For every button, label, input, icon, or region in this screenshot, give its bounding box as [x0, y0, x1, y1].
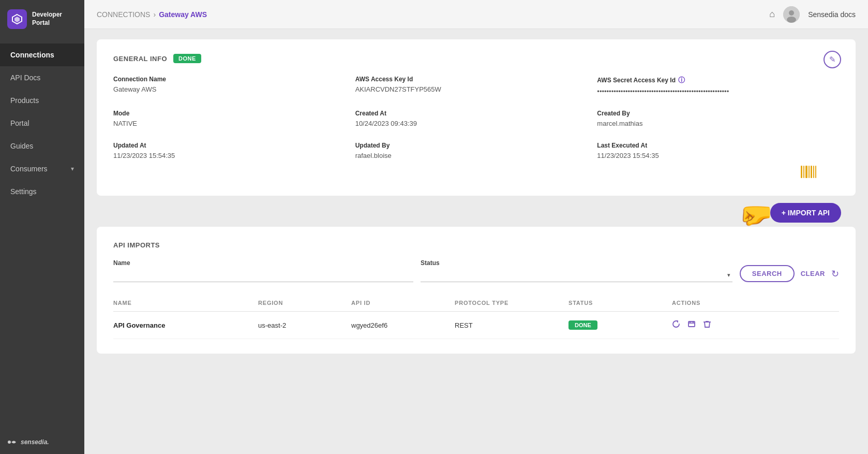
section-header: GENERAL INFO DONE — [113, 54, 839, 63]
field-label-created-by: Created By — [597, 110, 839, 117]
field-label-updated-at: Updated At — [113, 142, 355, 149]
svg-point-4 — [789, 10, 794, 16]
svg-rect-9 — [809, 166, 810, 178]
field-label-created-at: Created At — [355, 110, 597, 117]
table-row: API Governance us-east-2 wgyed26ef6 REST… — [113, 312, 839, 339]
connections-label: Connections — [10, 51, 54, 59]
consumers-chevron-icon: ▾ — [71, 165, 74, 172]
breadcrumb: CONNECTIONS › Gateway AWS — [97, 10, 207, 19]
field-aws-secret-key: AWS Secret Access Key Id ⓘ •••••••••••••… — [597, 76, 839, 95]
toggle-view-icon[interactable] — [800, 165, 817, 181]
sidebar-item-settings[interactable]: Settings — [0, 180, 84, 203]
field-value-aws-key-id: AKIARCVDN27STFYP565W — [355, 85, 597, 93]
api-docs-label: API Docs — [10, 74, 40, 82]
breadcrumb-arrow-icon: › — [153, 10, 156, 19]
col-region: REGION — [258, 300, 351, 306]
consumers-label: Consumers — [10, 165, 48, 173]
sidebar-item-guides[interactable]: Guides — [0, 135, 84, 157]
avatar[interactable] — [783, 6, 800, 23]
general-info-card: GENERAL INFO DONE ✎ Connection Name Gate… — [97, 39, 856, 196]
row-name: API Governance — [113, 321, 258, 329]
logo-text: Developer Portal — [32, 11, 62, 27]
field-value-connection-name: Gateway AWS — [113, 85, 355, 93]
col-protocol-type: PROTOCOL TYPE — [455, 300, 568, 306]
svg-rect-12 — [815, 166, 816, 178]
svg-rect-6 — [801, 166, 802, 178]
col-name: NAME — [113, 300, 258, 306]
general-info-title: GENERAL INFO — [113, 55, 167, 63]
import-api-button[interactable]: + IMPORT API — [770, 203, 841, 223]
field-value-last-executed-at: 11/23/2023 15:54:35 — [597, 152, 839, 159]
breadcrumb-parent: CONNECTIONS — [97, 10, 150, 19]
done-badge: DONE — [173, 54, 201, 63]
svg-rect-8 — [805, 166, 807, 178]
sidebar-item-api-docs[interactable]: API Docs — [0, 66, 84, 89]
status-filter-label: Status — [421, 259, 732, 267]
sidebar: Developer Portal Connections API Docs Pr… — [0, 0, 84, 454]
field-value-updated-by: rafael.bloise — [355, 152, 597, 159]
sidebar-navigation: Connections API Docs Products Portal Gui… — [0, 38, 84, 430]
content-area: GENERAL INFO DONE ✎ Connection Name Gate… — [84, 29, 868, 454]
portal-label: Portal — [10, 119, 29, 127]
refresh-button[interactable]: ↻ — [831, 268, 839, 280]
sync-button[interactable] — [672, 320, 680, 330]
clear-button[interactable]: CLEAR — [801, 270, 825, 277]
edit-button[interactable]: ✎ — [824, 51, 841, 68]
info-grid: Connection Name Gateway AWS AWS Access K… — [113, 76, 839, 159]
api-imports-card: API IMPORTS Name Status DONE ERROR PENDI… — [97, 227, 856, 354]
logo-icon — [7, 9, 27, 29]
sensedia-docs-link[interactable]: Sensedia docs — [808, 10, 856, 19]
header: CONNECTIONS › Gateway AWS ⌂ Sensedia doc… — [84, 0, 868, 29]
sidebar-bottom: sensedia. — [0, 430, 84, 454]
field-updated-by: Updated By rafael.bloise — [355, 142, 597, 159]
filter-buttons: SEARCH CLEAR ↻ — [740, 265, 839, 282]
field-value-created-by: marcel.mathias — [597, 120, 839, 127]
name-filter-field: Name — [113, 259, 413, 282]
name-filter-label: Name — [113, 259, 413, 267]
sidebar-item-consumers[interactable]: Consumers ▾ — [0, 157, 84, 180]
field-label-updated-by: Updated By — [355, 142, 597, 149]
field-value-created-at: 10/24/2023 09:43:39 — [355, 120, 597, 127]
search-button[interactable]: SEARCH — [740, 265, 795, 282]
api-imports-title: API IMPORTS — [113, 241, 839, 249]
field-updated-at: Updated At 11/23/2023 15:54:35 — [113, 142, 355, 159]
sidebar-item-products[interactable]: Products — [0, 89, 84, 112]
col-actions: ACTIONS — [672, 300, 839, 306]
svg-rect-10 — [811, 166, 812, 178]
filter-row: Name Status DONE ERROR PENDING ▾ — [113, 259, 839, 282]
breadcrumb-current: Gateway AWS — [159, 10, 207, 19]
view-button[interactable] — [687, 320, 696, 330]
field-label-last-executed-at: Last Executed At — [597, 142, 839, 149]
row-actions — [672, 320, 839, 330]
status-filter-field: Status DONE ERROR PENDING ▾ — [421, 259, 732, 282]
status-filter-select[interactable]: DONE ERROR PENDING — [421, 269, 732, 282]
table-header: NAME REGION API ID PROTOCOL TYPE STATUS … — [113, 295, 839, 312]
row-protocol-type: REST — [455, 321, 568, 329]
field-value-mode: NATIVE — [113, 120, 355, 127]
sidebar-item-connections[interactable]: Connections — [0, 43, 84, 66]
field-label-aws-secret-key: AWS Secret Access Key Id ⓘ — [597, 76, 839, 85]
field-connection-name: Connection Name Gateway AWS — [113, 76, 355, 95]
field-label-connection-name: Connection Name — [113, 76, 355, 83]
home-icon[interactable]: ⌂ — [769, 9, 775, 20]
sidebar-logo: Developer Portal — [0, 0, 84, 38]
settings-label: Settings — [10, 187, 37, 196]
hand-cursor-icon: 🤜 — [739, 199, 773, 231]
field-label-mode: Mode — [113, 110, 355, 117]
row-api-id: wgyed26ef6 — [351, 321, 455, 329]
sidebar-item-portal[interactable]: Portal — [0, 112, 84, 135]
field-label-aws-key-id: AWS Access Key Id — [355, 76, 597, 83]
svg-marker-1 — [14, 17, 20, 22]
delete-button[interactable] — [703, 320, 711, 330]
status-select-wrap: DONE ERROR PENDING ▾ — [421, 269, 732, 282]
info-icon[interactable]: ⓘ — [678, 76, 685, 85]
name-filter-input[interactable] — [113, 269, 413, 282]
header-right: ⌂ Sensedia docs — [769, 6, 856, 23]
field-mode: Mode NATIVE — [113, 110, 355, 127]
row-status: DONE — [568, 320, 672, 330]
svg-point-2 — [8, 441, 11, 444]
status-done-badge: DONE — [568, 320, 597, 330]
field-value-updated-at: 11/23/2023 15:54:35 — [113, 152, 355, 159]
guides-label: Guides — [10, 142, 33, 150]
sensedia-logo-text: sensedia. — [21, 438, 49, 446]
